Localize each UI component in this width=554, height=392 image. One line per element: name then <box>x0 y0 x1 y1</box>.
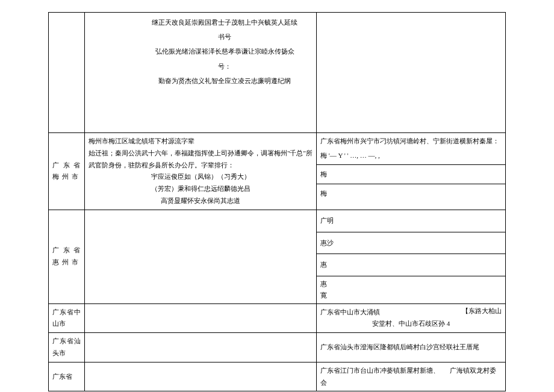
text-line: 惠 <box>317 258 505 272</box>
middle-cell: 继正天改良延崇殿国君士子茂朝上中兴毓英人延续书号 弘伦振光绪治谋裕泽长慈孝恭谦让… <box>85 13 317 133</box>
middle-cell <box>85 333 317 362</box>
poem-line: 继正天改良延崇殿国君士子茂朝上中兴毓英人延续书号 <box>149 15 300 44</box>
region-label: 广东省中山市 <box>52 308 81 328</box>
region-label: 广东省汕头市 <box>52 337 81 356</box>
middle-cell: 梅州市梅江区城北镇塔下村源流字辈 始迁祖；秦周公洪武十六年，奉福建指挥使上司孙通… <box>85 133 317 210</box>
right-cell: 广东省梅州市兴宁市刁坊镇河塘岭村、宁新街道横新村秦屋： 梅 '— Y ' ' …… <box>317 133 506 210</box>
region-label: 广 东 省 梅 州 市 <box>52 161 81 181</box>
table-row: 广东省中山市 广东省中山市大涌镇 【东路大柏山 安堂村、中山市石歧区孙 4 <box>49 303 506 333</box>
right-cell: 广东省江门市台山市冲蒌镇新屋村新塘、 广海镇双龙村委会 <box>317 362 506 391</box>
table-row: 广 东 省 惠 州 市 广明 惠沙 惠 惠 寛 <box>49 210 506 303</box>
divider <box>317 276 505 276</box>
region-cell: 广东省中山市 <box>49 303 85 333</box>
text-line: 始迁祖；秦周公洪武十六年，奉福建指挥使上司孙通卿令，调署梅州"千总"所武官阶身份… <box>89 148 313 172</box>
table-row: 广 东 省 梅 州 市 梅州市梅江区城北镇塔下村源流字辈 始迁祖；秦周公洪武十六… <box>49 133 506 210</box>
region-cell: 广 东 省 梅 州 市 <box>49 133 85 210</box>
text-line: 广东省梅州市兴宁市刁坊镇河塘岭村、宁新街道横新村秦屋： <box>317 133 505 150</box>
divider <box>317 184 505 184</box>
text-line: 惠沙 <box>317 236 505 250</box>
middle-cell <box>85 362 317 391</box>
region-cell: 广东省 <box>49 362 85 391</box>
text-line: 高贤显耀怀安永保尚其志道 <box>89 195 313 207</box>
text-line: 梅 <box>317 167 505 182</box>
table-row: 继正天改良延崇殿国君士子茂朝上中兴毓英人延续书号 弘伦振光绪治谋裕泽长慈孝恭谦让… <box>49 13 506 133</box>
text-line: （芳宏）秉和得仁忠远绍麟德光昌 <box>89 183 313 195</box>
text-line: 惠 <box>317 280 505 288</box>
right-cell: 广明 惠沙 惠 惠 寛 <box>317 210 506 303</box>
text-line: 广东省中山市大涌镇 <box>320 308 380 316</box>
right-cell: 广东省汕头市澄海区隆都镇后崎村白沙宫经联社王厝尾 <box>317 333 506 362</box>
poem-line: 勤奋为贤杰信义礼智全应立凌云志廉明遵纪纲 <box>149 73 300 88</box>
text-line: 广东省汕头市澄海区隆都镇后崎村白沙宫经联社王厝尾 <box>320 343 479 350</box>
right-cell: 广东省中山市大涌镇 【东路大柏山 安堂村、中山市石歧区孙 4 <box>317 303 506 333</box>
region-label: 广 东 省 惠 州 市 <box>52 246 81 266</box>
text-line: 梅 <box>317 187 505 201</box>
divider <box>317 164 505 165</box>
middle-cell <box>85 303 317 333</box>
table-row: 广东省 广东省江门市台山市冲蒌镇新屋村新塘、 广海镇双龙村委会 <box>49 362 506 391</box>
text-fragment: 【东路大柏山 <box>462 305 502 317</box>
text-line: 广明 <box>317 214 505 228</box>
document-page: 继正天改良延崇殿国君士子茂朝上中兴毓英人延续书号 弘伦振光绪治谋裕泽长慈孝恭谦让… <box>0 0 554 392</box>
text-line: 安堂村、中山市石歧区孙 4 <box>320 318 502 330</box>
poem-block: 继正天改良延崇殿国君士子茂朝上中兴毓英人延续书号 弘伦振光绪治谋裕泽长慈孝恭谦让… <box>89 15 313 88</box>
text-line: 梅州市梅江区城北镇塔下村源流字辈 <box>89 135 313 148</box>
region-cell: 广东省汕头市 <box>49 333 85 362</box>
divider <box>317 232 505 232</box>
text-line: 寛 <box>317 291 505 299</box>
middle-cell <box>85 210 317 303</box>
text-line: 梅 '— Y ' ' …, … —, , <box>317 150 505 162</box>
genealogy-table: 继正天改良延崇殿国君士子茂朝上中兴毓英人延续书号 弘伦振光绪治谋裕泽长慈孝恭谦让… <box>48 12 506 391</box>
poem-line: 弘伦振光绪治谋裕泽长慈孝恭谦让宗睦永传扬众号： <box>149 44 300 73</box>
region-label: 广东省 <box>52 373 72 380</box>
text-line: 广东省江门市台山市冲蒌镇新屋村新塘、 <box>320 367 440 374</box>
region-cell <box>49 13 85 133</box>
text-line: 宇应运俊臣如（凤锦）（习秀大） <box>89 171 313 183</box>
table-row: 广东省汕头市 广东省汕头市澄海区隆都镇后崎村白沙宫经联社王厝尾 <box>49 333 506 362</box>
divider <box>317 254 505 254</box>
right-cell <box>317 13 506 133</box>
region-cell: 广 东 省 惠 州 市 <box>49 210 85 303</box>
